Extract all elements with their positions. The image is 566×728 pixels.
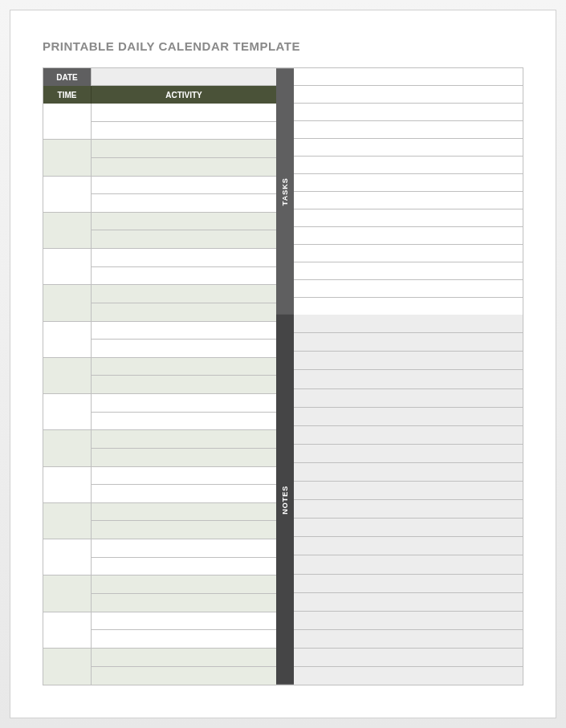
task-line[interactable] <box>294 227 523 245</box>
time-cell[interactable] <box>43 213 92 249</box>
time-cell[interactable] <box>43 285 92 321</box>
note-line[interactable] <box>294 593 523 612</box>
activity-cell[interactable] <box>92 503 276 522</box>
activity-cell[interactable] <box>92 667 276 685</box>
note-line[interactable] <box>294 500 523 519</box>
task-line[interactable] <box>294 104 523 121</box>
activity-cell[interactable] <box>92 449 276 467</box>
note-line[interactable] <box>294 352 523 370</box>
time-cell[interactable] <box>43 322 92 358</box>
activity-cell[interactable] <box>92 649 276 667</box>
task-line[interactable] <box>294 245 523 262</box>
note-line[interactable] <box>294 408 523 426</box>
time-cell[interactable] <box>43 575 92 612</box>
task-line[interactable] <box>294 68 523 86</box>
note-line[interactable] <box>294 315 523 333</box>
note-line[interactable] <box>294 575 523 593</box>
activity-cell[interactable] <box>92 358 276 376</box>
activity-cell[interactable] <box>92 394 276 413</box>
activity-cell[interactable] <box>92 267 276 286</box>
time-cell[interactable] <box>43 503 92 539</box>
activity-cell[interactable] <box>92 413 276 431</box>
note-line[interactable] <box>294 463 523 482</box>
activity-cell[interactable] <box>92 521 276 539</box>
activity-cell[interactable] <box>92 249 276 267</box>
activity-cell[interactable] <box>92 430 276 449</box>
note-line[interactable] <box>294 482 523 500</box>
time-cell[interactable] <box>43 394 92 430</box>
activity-cell[interactable] <box>92 158 276 177</box>
time-slot <box>43 539 276 575</box>
activity-cell[interactable] <box>92 122 276 140</box>
time-cell[interactable] <box>43 649 92 685</box>
activity-cell[interactable] <box>92 558 276 576</box>
activity-cell[interactable] <box>92 594 276 612</box>
time-slot <box>43 649 276 685</box>
task-line[interactable] <box>294 262 523 280</box>
note-line[interactable] <box>294 426 523 445</box>
activity-cell[interactable] <box>92 612 276 631</box>
note-line[interactable] <box>294 519 523 537</box>
task-line[interactable] <box>294 157 523 174</box>
task-line[interactable] <box>294 174 523 192</box>
time-cell[interactable] <box>43 539 92 575</box>
time-header-label: TIME <box>43 86 92 104</box>
time-slot <box>43 612 276 649</box>
task-line[interactable] <box>294 139 523 157</box>
time-cell[interactable] <box>43 612 92 649</box>
note-line[interactable] <box>294 370 523 388</box>
task-line[interactable] <box>294 298 523 315</box>
activity-cell[interactable] <box>92 285 276 303</box>
note-line[interactable] <box>294 612 523 630</box>
time-cell[interactable] <box>43 430 92 466</box>
time-slot <box>43 358 276 394</box>
note-line[interactable] <box>294 667 523 685</box>
activity-cells <box>92 249 276 285</box>
task-line[interactable] <box>294 192 523 209</box>
task-line[interactable] <box>294 280 523 298</box>
tasks-section-label: TASKS <box>276 68 294 315</box>
activity-cell[interactable] <box>92 630 276 649</box>
time-slot <box>43 104 276 140</box>
time-cell[interactable] <box>43 358 92 394</box>
note-line[interactable] <box>294 537 523 555</box>
activity-cell[interactable] <box>92 485 276 503</box>
note-line[interactable] <box>294 555 523 574</box>
note-line[interactable] <box>294 389 523 408</box>
time-cell[interactable] <box>43 249 92 285</box>
activity-cell[interactable] <box>92 322 276 340</box>
left-column: DATE TIME ACTIVITY <box>43 68 276 685</box>
activity-cell[interactable] <box>92 539 276 558</box>
note-line[interactable] <box>294 445 523 463</box>
time-slot <box>43 249 276 285</box>
note-line[interactable] <box>294 333 523 352</box>
date-value-cell[interactable] <box>92 68 276 86</box>
activity-cells <box>92 539 276 575</box>
time-cell[interactable] <box>43 467 92 503</box>
activity-cell[interactable] <box>92 340 276 358</box>
activity-cell[interactable] <box>92 303 276 322</box>
activity-cell[interactable] <box>92 213 276 231</box>
time-cell[interactable] <box>43 140 92 176</box>
task-line[interactable] <box>294 121 523 139</box>
note-line[interactable] <box>294 630 523 649</box>
task-line[interactable] <box>294 86 523 104</box>
activity-cell[interactable] <box>92 467 276 486</box>
activity-cell[interactable] <box>92 104 276 122</box>
activity-cell[interactable] <box>92 177 276 195</box>
task-line[interactable] <box>294 209 523 227</box>
time-slot <box>43 575 276 612</box>
time-slot <box>43 285 276 321</box>
activity-cell[interactable] <box>92 575 276 594</box>
activity-cell[interactable] <box>92 230 276 249</box>
activity-cell[interactable] <box>92 194 276 213</box>
activity-cell[interactable] <box>92 140 276 158</box>
activity-cells <box>92 177 276 213</box>
note-line[interactable] <box>294 649 523 667</box>
time-cell[interactable] <box>43 104 92 140</box>
time-cell[interactable] <box>43 177 92 213</box>
right-column <box>294 68 523 685</box>
activity-cell[interactable] <box>92 376 276 394</box>
page-title: PRINTABLE DAILY CALENDAR TEMPLATE <box>43 39 523 53</box>
tasks-area <box>294 68 523 315</box>
